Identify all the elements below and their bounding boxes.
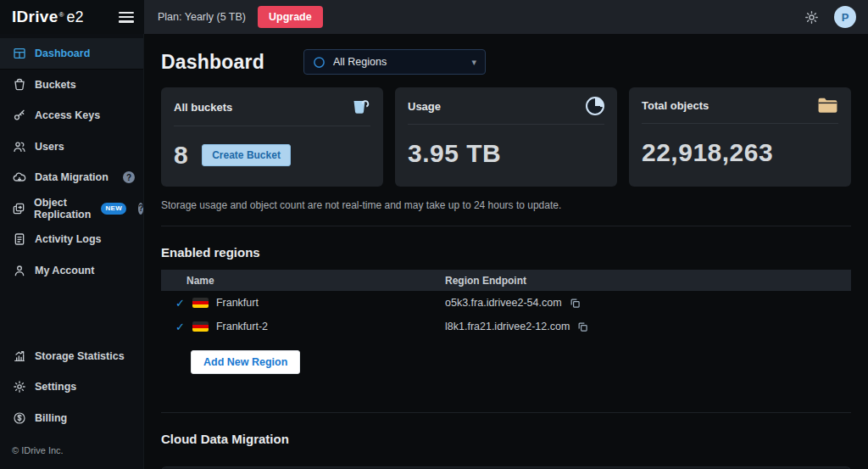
sidebar-item-label: Activity Logs xyxy=(35,233,102,245)
main-content: Dashboard All Regions ▾ All buckets xyxy=(144,34,868,469)
card-title: Usage xyxy=(408,100,441,113)
sidebar-item-label: My Account xyxy=(35,265,94,276)
region-name: Frankfurt-2 xyxy=(216,321,268,332)
bucket-icon xyxy=(350,97,370,117)
usage-card: Usage 3.95 TB xyxy=(395,87,617,187)
help-icon[interactable]: ? xyxy=(138,203,143,215)
account-icon xyxy=(12,264,26,277)
globe-icon xyxy=(313,56,326,69)
sidebar-item-label: Storage Statistics xyxy=(35,350,125,362)
sidebar: Dashboard Buckets Access Keys Users Data xyxy=(0,34,144,469)
germany-flag-icon xyxy=(192,298,209,308)
section-divider xyxy=(161,226,851,226)
germany-flag-icon xyxy=(192,321,209,332)
all-buckets-card: All buckets 8 Create Bucket xyxy=(161,87,383,187)
region-filter-dropdown[interactable]: All Regions ▾ xyxy=(303,49,486,75)
check-icon: ✓ xyxy=(175,321,185,333)
sidebar-item-object-replication[interactable]: Object Replication NEW ? xyxy=(0,193,143,225)
plan-label: Plan: Yearly (5 TB) xyxy=(158,11,246,23)
sidebar-item-my-account[interactable]: My Account xyxy=(0,255,143,287)
object-replication-icon xyxy=(12,202,25,215)
sidebar-item-label: Access Keys xyxy=(35,109,100,121)
users-icon xyxy=(12,140,26,154)
chevron-down-icon: ▾ xyxy=(471,57,476,68)
region-endpoint: o5k3.fra.idrivee2-54.com xyxy=(445,297,562,309)
sidebar-item-dashboard[interactable]: Dashboard xyxy=(0,38,143,70)
new-badge: NEW xyxy=(101,203,126,215)
user-avatar[interactable]: P xyxy=(834,6,856,28)
region-name: Frankfurt xyxy=(216,297,259,309)
sidebar-item-settings[interactable]: Settings xyxy=(0,371,143,403)
topbar: IDrive®e2 Plan: Yearly (5 TB) Upgrade P xyxy=(0,0,868,34)
sidebar-item-label: Settings xyxy=(35,381,76,393)
table-row: ✓ Frankfurt-2 l8k1.fra21.idrivee2-12.com xyxy=(161,315,851,338)
column-header-endpoint: Region Endpoint xyxy=(445,275,851,287)
gear-icon xyxy=(12,380,26,394)
sidebar-item-label: Buckets xyxy=(35,79,76,91)
topbar-logo-area: IDrive®e2 xyxy=(0,0,144,34)
sidebar-item-buckets[interactable]: Buckets xyxy=(0,70,143,101)
activity-logs-icon xyxy=(12,232,26,246)
storage-update-note: Storage usage and object count are not r… xyxy=(161,199,851,211)
cloud-migration-icon xyxy=(12,170,26,184)
total-objects-card: Total objects 22,918,263 xyxy=(629,87,851,187)
sidebar-item-label: Object Replication xyxy=(34,197,91,221)
sidebar-item-data-migration[interactable]: Data Migration ? xyxy=(0,162,143,193)
statistics-icon xyxy=(12,349,26,363)
buckets-count: 8 xyxy=(174,141,188,170)
sidebar-item-activity-logs[interactable]: Activity Logs xyxy=(0,224,143,255)
check-icon: ✓ xyxy=(175,297,185,310)
idrive-e2-logo[interactable]: IDrive®e2 xyxy=(12,8,84,26)
sidebar-item-label: Billing xyxy=(35,412,67,424)
enabled-regions-heading: Enabled regions xyxy=(161,245,851,260)
sidebar-item-users[interactable]: Users xyxy=(0,131,143,163)
sidebar-item-billing[interactable]: Billing xyxy=(0,403,143,434)
upgrade-button[interactable]: Upgrade xyxy=(258,6,323,28)
folder-icon xyxy=(817,97,838,114)
region-filter-value: All Regions xyxy=(333,56,387,68)
hamburger-menu-icon[interactable] xyxy=(119,12,134,23)
dashboard-icon xyxy=(12,47,26,60)
registered-mark: ® xyxy=(59,11,64,19)
theme-toggle-sun-icon[interactable] xyxy=(804,10,819,25)
table-header-row: Name Region Endpoint xyxy=(161,270,851,291)
region-endpoint: l8k1.fra21.idrivee2-12.com xyxy=(445,321,570,332)
section-divider xyxy=(161,412,851,413)
logo-product-text: e2 xyxy=(67,8,84,26)
page-title: Dashboard xyxy=(161,51,264,74)
card-title: All buckets xyxy=(174,101,232,114)
billing-dollar-icon xyxy=(12,411,26,425)
copyright-footer: © IDrive Inc. xyxy=(0,433,143,469)
key-icon xyxy=(12,109,26,122)
sidebar-item-label: Users xyxy=(35,141,64,153)
table-row: ✓ Frankfurt o5k3.fra.idrivee2-54.com xyxy=(161,291,851,315)
add-new-region-button[interactable]: Add New Region xyxy=(191,350,300,374)
usage-value: 3.95 TB xyxy=(408,139,501,168)
copy-icon[interactable] xyxy=(577,321,588,332)
sidebar-item-label: Data Migration xyxy=(35,171,108,183)
sidebar-item-label: Dashboard xyxy=(35,47,90,59)
column-header-name: Name xyxy=(161,275,445,287)
bucket-icon xyxy=(12,78,26,92)
topbar-main: Plan: Yearly (5 TB) Upgrade P xyxy=(144,0,868,34)
sidebar-item-storage-statistics[interactable]: Storage Statistics xyxy=(0,341,143,372)
help-icon[interactable]: ? xyxy=(123,171,135,183)
sidebar-item-access-keys[interactable]: Access Keys xyxy=(0,100,143,131)
copy-icon[interactable] xyxy=(570,298,581,309)
card-title: Total objects xyxy=(642,99,709,112)
enabled-regions-table: Name Region Endpoint ✓ Frankfurt o5k3.fr… xyxy=(161,270,851,338)
pie-chart-icon xyxy=(586,97,604,115)
total-objects-value: 22,918,263 xyxy=(642,138,773,167)
logo-brand-text: IDrive xyxy=(12,8,58,26)
summary-cards: All buckets 8 Create Bucket Usage 3.95 T… xyxy=(161,87,851,187)
cloud-data-migration-heading: Cloud Data Migration xyxy=(161,432,851,446)
create-bucket-button[interactable]: Create Bucket xyxy=(202,144,291,166)
